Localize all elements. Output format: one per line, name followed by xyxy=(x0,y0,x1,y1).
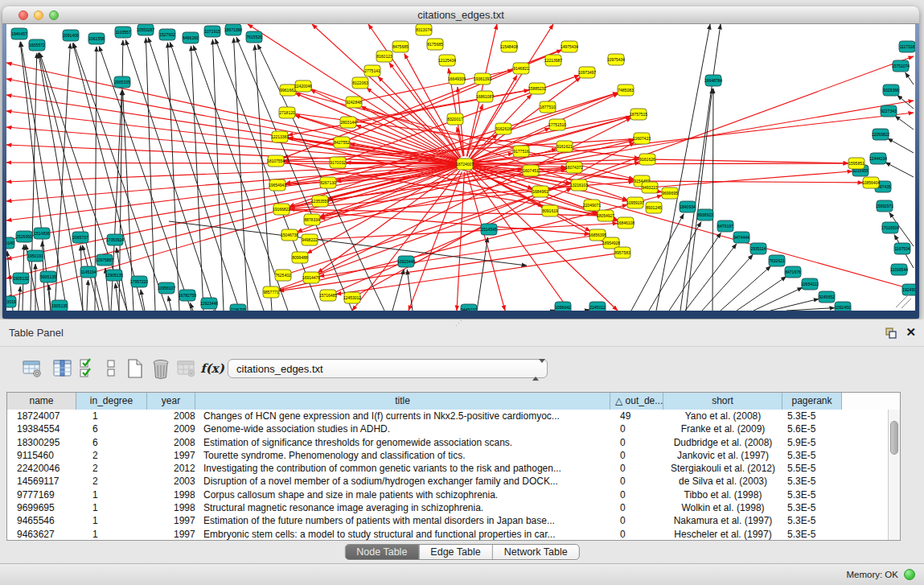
minimize-button[interactable] xyxy=(34,10,43,20)
graph-node[interactable]: 8471676 xyxy=(785,266,801,278)
graph-edge[interactable] xyxy=(392,270,404,311)
function-builder-icon[interactable]: f(x) xyxy=(201,356,224,381)
column-settings-icon[interactable] xyxy=(21,356,43,381)
graph-node[interactable]: 1514545 xyxy=(481,224,497,235)
graph-node[interactable]: 2245012 xyxy=(589,302,606,311)
float-panel-icon[interactable] xyxy=(885,327,897,340)
graph-node[interactable]: 22049071 xyxy=(583,200,601,211)
graph-edge[interactable] xyxy=(473,139,634,163)
graph-node[interactable]: 8091619 xyxy=(542,205,558,216)
cell-in_degree[interactable]: 2 xyxy=(76,449,147,462)
graph-node[interactable]: 9170032 xyxy=(330,157,346,168)
graph-edge[interactable] xyxy=(318,117,631,274)
graph-node[interactable]: 13216103 xyxy=(570,179,588,191)
cell-in_degree[interactable]: 6 xyxy=(76,422,147,435)
graph-edge[interactable] xyxy=(457,172,464,311)
graph-edge[interactable] xyxy=(649,222,701,311)
cell-out_de[interactable]: 0 xyxy=(610,462,663,475)
cell-year[interactable]: 2008 xyxy=(147,410,195,422)
cell-year[interactable]: 2009 xyxy=(147,422,195,435)
graph-node[interactable]: 12905135 xyxy=(105,270,123,281)
graph-node[interactable]: 16914479 xyxy=(302,272,320,283)
graph-node[interactable]: 1940457 xyxy=(11,28,27,39)
cell-in_degree[interactable]: 1 xyxy=(76,514,147,527)
cell-name[interactable]: 18724007 xyxy=(7,410,76,422)
graph-edge[interactable] xyxy=(115,283,119,311)
network-canvas[interactable]: 1940457160557220914061061558110355710553… xyxy=(6,24,915,311)
graph-node[interactable]: 18054927 xyxy=(597,210,614,221)
graph-node[interactable]: 12125434 xyxy=(438,55,456,66)
graph-edge[interactable] xyxy=(87,280,88,311)
graph-edge[interactable] xyxy=(897,95,914,109)
cell-name[interactable]: 14569117 xyxy=(7,475,76,488)
column-header-year[interactable]: year xyxy=(147,393,195,410)
cell-title[interactable]: Investigating the contribution of common… xyxy=(195,462,610,475)
memory-status-dot[interactable] xyxy=(904,569,915,580)
cell-short[interactable]: Wolkin et al. (1998) xyxy=(663,501,782,514)
graph-edge[interactable] xyxy=(18,286,20,311)
cell-pagerank[interactable]: 5.5E-5 xyxy=(782,462,842,475)
graph-edge[interactable] xyxy=(212,39,224,311)
graph-edge[interactable] xyxy=(318,224,618,240)
graph-node[interactable]: 8878334 xyxy=(304,214,320,225)
graph-edge[interactable] xyxy=(368,24,460,158)
graph-node[interactable]: 2526950 xyxy=(16,231,32,242)
graph-node[interactable]: 1103557 xyxy=(115,27,131,38)
show-columns-icon[interactable] xyxy=(51,356,74,381)
cell-title[interactable]: Embryonic stem cells: a model to study s… xyxy=(195,528,610,540)
table-row[interactable]: 969969511998Structural magnetic resonanc… xyxy=(7,501,888,514)
graph-node[interactable]: 1905135 xyxy=(51,300,68,311)
table-row[interactable]: 1872400712008Changes of HCN gene express… xyxy=(7,410,888,422)
close-button[interactable] xyxy=(18,10,28,20)
graph-edge[interactable] xyxy=(216,39,320,311)
graph-node[interactable]: 9245652 xyxy=(819,291,835,303)
graph-node[interactable]: 10975887 xyxy=(96,254,113,266)
graph-node[interactable]: 11607423 xyxy=(633,133,651,144)
graph-node[interactable]: 9162616 xyxy=(495,123,511,134)
graph-edge[interactable] xyxy=(349,50,562,139)
cell-year[interactable]: 1997 xyxy=(147,514,195,527)
graph-edge[interactable] xyxy=(713,89,713,311)
graph-edge[interactable] xyxy=(656,24,710,311)
cell-in_degree[interactable]: 1 xyxy=(76,528,147,540)
graph-edge[interactable] xyxy=(146,38,155,311)
cell-title[interactable]: Tourette syndrome. Phenomenology and cla… xyxy=(195,449,610,462)
select-all-check-icon[interactable] xyxy=(76,356,98,381)
graph-node[interactable]: 9161621 xyxy=(556,141,573,152)
table-vertical-scrollbar[interactable] xyxy=(888,410,900,540)
graph-node[interactable]: 17957223 xyxy=(130,276,148,287)
graph-node[interactable]: 10958107 xyxy=(158,282,175,294)
column-header-out_de[interactable]: △ out_de... xyxy=(610,393,663,410)
table-row[interactable]: 1938455462009Genome-wide association stu… xyxy=(7,422,888,435)
graph-node[interactable]: 2935114 xyxy=(750,243,766,254)
citation-network-graph[interactable]: 1940457160557220914061061558110355710553… xyxy=(6,24,915,311)
cell-year[interactable]: 2003 xyxy=(147,475,195,488)
graph-node[interactable]: 1924501 xyxy=(902,284,915,295)
graph-node[interactable]: 1607451 xyxy=(523,165,539,176)
cell-out_de[interactable]: 0 xyxy=(610,514,663,527)
table-row[interactable]: 2242004622012Investigating the contribut… xyxy=(7,462,888,475)
graph-node[interactable]: 16074372 xyxy=(565,162,583,173)
graph-edge[interactable] xyxy=(473,163,848,164)
graph-node[interactable]: 10654112 xyxy=(801,278,819,290)
column-header-short[interactable]: short xyxy=(663,393,782,410)
graph-node[interactable]: 16846108 xyxy=(617,217,634,229)
cell-title[interactable]: Structural magnetic resonance image aver… xyxy=(195,501,610,514)
table-row[interactable]: 946554611997Estimation of the future num… xyxy=(7,514,888,527)
graph-node[interactable]: 18671388 xyxy=(224,24,242,35)
graph-edge[interactable] xyxy=(680,24,721,311)
cell-pagerank[interactable]: 5.9E-5 xyxy=(782,436,842,449)
graph-node[interactable]: 9498222 xyxy=(302,234,318,245)
cell-pagerank[interactable]: 5.3E-5 xyxy=(782,488,842,501)
cell-out_de[interactable]: 0 xyxy=(610,528,663,540)
table-row[interactable]: 911546021997Tourette syndrome. Phenomeno… xyxy=(7,449,888,462)
graph-node[interactable]: 1117318 xyxy=(899,41,915,52)
graph-edge[interactable] xyxy=(895,116,914,130)
cell-pagerank[interactable]: 5.3E-5 xyxy=(782,514,842,527)
graph-node[interactable]: 1877510 xyxy=(540,101,556,113)
graph-edge[interactable] xyxy=(658,171,852,187)
graph-node[interactable]: 17016504 xyxy=(881,222,899,233)
cell-in_degree[interactable]: 2 xyxy=(76,475,147,488)
graph-node[interactable]: 9699695 xyxy=(662,187,678,199)
graph-node[interactable]: 8267130 xyxy=(320,177,336,188)
